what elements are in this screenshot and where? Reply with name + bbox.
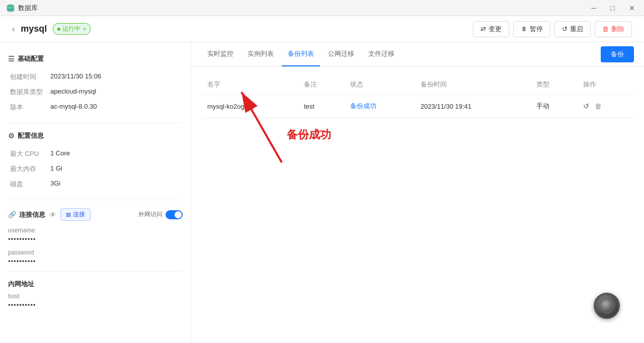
minimize-btn[interactable]: ─ — [589, 3, 600, 13]
version-value: ac-mysql-8.0.30 — [48, 100, 183, 115]
table-row: 最大 CPU 1 Core — [8, 146, 183, 161]
svg-point-0 — [7, 5, 14, 8]
external-access-label: 外网访问 — [138, 210, 163, 219]
row-operations: ↺ 🗑 — [577, 95, 634, 118]
disk-value: 3Gi — [48, 177, 183, 192]
database-name: mysql — [21, 24, 47, 34]
restart-icon: ↺ — [562, 25, 568, 33]
col-note: 备注 — [298, 75, 344, 95]
close-btn[interactable]: ✕ — [626, 3, 638, 13]
max-cpu-value: 1 Core — [48, 146, 183, 161]
window-controls: ─ □ ✕ — [589, 3, 638, 13]
back-button[interactable]: ‹ — [12, 25, 15, 34]
table-row: 磁盘 3Gi — [8, 177, 183, 192]
connection-label: 🔗 连接信息 — [8, 210, 45, 219]
max-cpu-label: 最大 CPU — [8, 146, 48, 161]
host-group: host •••••••••• — [8, 293, 183, 309]
divider-3 — [8, 271, 183, 272]
connection-section: 🔗 连接信息 👁 ⊠ 连接 外网访问 — [8, 208, 183, 221]
record-button[interactable] — [594, 293, 620, 319]
col-type: 类型 — [530, 75, 577, 95]
username-group: username •••••••••• — [8, 227, 183, 243]
external-access: 外网访问 — [138, 210, 183, 219]
host-value: •••••••••• — [8, 301, 183, 309]
password-label: password — [8, 249, 183, 256]
row-status: 备份成功 — [344, 95, 415, 118]
disk-label: 磁盘 — [8, 177, 48, 192]
annotation-text: 备份成功 — [287, 127, 331, 142]
internal-addr-label: 内网地址 — [8, 280, 183, 289]
main-layout: ☰ 基础配置 创建时间 2023/11/30 15:06 数据库类型 apecl… — [0, 42, 644, 343]
max-mem-value: 1 Gi — [48, 161, 183, 177]
row-name: mysql-ko2ogz — [201, 95, 298, 118]
tab-bar: 实时监控 实例列表 备份列表 公网迁移 文件迁移 备份 — [191, 42, 644, 67]
created-time-value: 2023/11/30 15:06 — [48, 69, 183, 84]
table-header: 名字 备注 状态 备份时间 类型 操作 — [201, 75, 634, 95]
col-status: 状态 — [344, 75, 415, 95]
backup-status[interactable]: 备份成功 — [350, 102, 376, 110]
external-toggle[interactable] — [166, 210, 183, 219]
tab-action-area: 备份 — [601, 46, 634, 62]
header-row: 名字 备注 状态 备份时间 类型 操作 — [201, 75, 634, 95]
app-title: 数据库 — [18, 4, 589, 13]
table-row: 创建时间 2023/11/30 15:06 — [8, 69, 183, 84]
backup-button[interactable]: 备份 — [601, 46, 634, 62]
divider — [8, 123, 183, 123]
table-row: 数据库类型 apecloud-mysql — [8, 84, 183, 100]
pause-button[interactable]: ⏸ 暂停 — [513, 21, 550, 37]
password-group: password •••••••••• — [8, 249, 183, 265]
delete-icon: 🗑 — [602, 25, 609, 33]
tab-instances[interactable]: 实例列表 — [242, 42, 280, 66]
link-icon: 🔗 — [8, 211, 16, 218]
tab-realtime[interactable]: 实时监控 — [201, 42, 239, 66]
restore-icon[interactable]: ↺ — [583, 102, 589, 110]
page-header: ‹ mysql 运行中 + ⇄ 变更 ⏸ 暂停 ↺ 重启 🗑 删除 — [0, 16, 644, 42]
basic-config-section: ☰ 基础配置 — [8, 54, 183, 63]
app-icon — [6, 4, 15, 13]
config-info-table: 最大 CPU 1 Core 最大内存 1 Gi 磁盘 3Gi — [8, 146, 183, 192]
status-add-icon[interactable]: + — [83, 26, 86, 33]
change-icon: ⇄ — [480, 25, 486, 33]
table-area: 名字 备注 状态 备份时间 类型 操作 mysql-ko2ogz test — [191, 67, 644, 343]
sidebar: ☰ 基础配置 创建时间 2023/11/30 15:06 数据库类型 apecl… — [0, 42, 191, 343]
pause-icon: ⏸ — [521, 25, 527, 33]
username-label: username — [8, 227, 183, 234]
db-type-value: apecloud-mysql — [48, 84, 183, 100]
tab-backup[interactable]: 备份列表 — [282, 42, 320, 66]
password-value: •••••••••• — [8, 258, 183, 265]
delete-row-icon[interactable]: 🗑 — [595, 102, 602, 110]
restart-button[interactable]: ↺ 重启 — [554, 21, 591, 37]
username-value: •••••••••• — [8, 235, 183, 243]
basic-config-table: 创建时间 2023/11/30 15:06 数据库类型 apecloud-mys… — [8, 69, 183, 115]
row-type: 手动 — [530, 95, 577, 118]
table-row: 最大内存 1 Gi — [8, 161, 183, 177]
tab-file[interactable]: 文件迁移 — [362, 42, 400, 66]
toggle-knob — [175, 211, 182, 218]
table-body: mysql-ko2ogz test 备份成功 2023/11/30 19:41 … — [201, 95, 634, 118]
connect-button[interactable]: ⊠ 连接 — [60, 208, 91, 221]
host-label: host — [8, 293, 183, 300]
config-info-section: ⚙ 配置信息 — [8, 131, 183, 140]
db-type-label: 数据库类型 — [8, 84, 48, 100]
created-time-label: 创建时间 — [8, 69, 48, 84]
change-button[interactable]: ⇄ 变更 — [473, 21, 509, 37]
backup-table: 名字 备注 状态 备份时间 类型 操作 mysql-ko2ogz test — [201, 75, 634, 118]
status-label: 运行中 — [62, 25, 80, 33]
status-dot — [57, 28, 60, 31]
delete-button[interactable]: 🗑 删除 — [595, 21, 632, 37]
table-row: mysql-ko2ogz test 备份成功 2023/11/30 19:41 … — [201, 95, 634, 118]
tab-public[interactable]: 公网迁移 — [322, 42, 360, 66]
divider-2 — [8, 200, 183, 200]
content-area: 实时监控 实例列表 备份列表 公网迁移 文件迁移 备份 — [191, 42, 644, 343]
table-row: 版本 ac-mysql-8.0.30 — [8, 100, 183, 115]
record-button-inner — [599, 298, 614, 313]
basic-config-label: 基础配置 — [18, 54, 44, 63]
hide-password-icon[interactable]: 👁 — [49, 211, 56, 219]
doc-icon: ☰ — [8, 55, 15, 63]
status-badge: 运行中 + — [53, 23, 91, 35]
maximize-btn[interactable]: □ — [608, 3, 618, 13]
header-actions: ⇄ 变更 ⏸ 暂停 ↺ 重启 🗑 删除 — [473, 21, 632, 37]
row-backup-time: 2023/11/30 19:41 — [415, 95, 531, 118]
titlebar: 数据库 ─ □ ✕ — [0, 0, 644, 16]
app-body: ‹ mysql 运行中 + ⇄ 变更 ⏸ 暂停 ↺ 重启 🗑 删除 — [0, 16, 644, 343]
